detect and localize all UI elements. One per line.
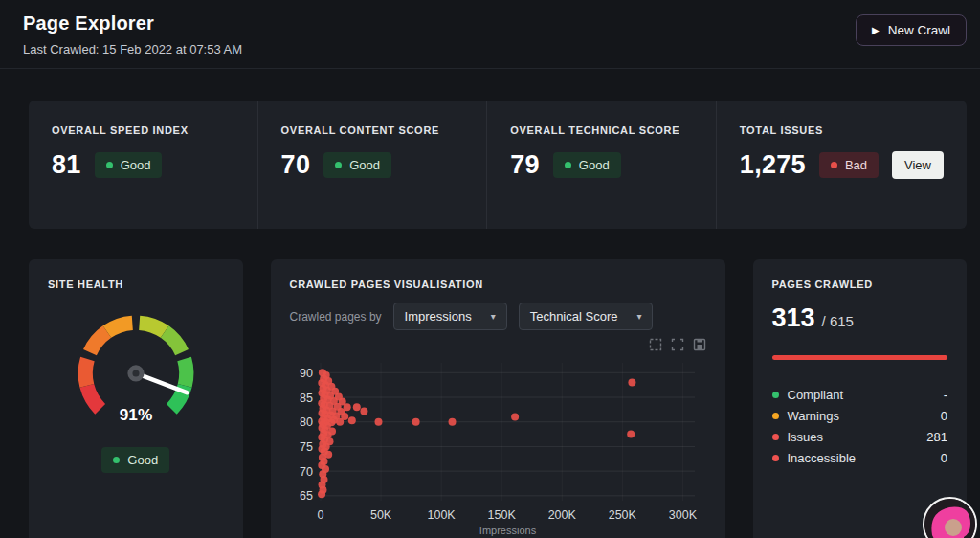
legend-dot-icon — [772, 455, 779, 461]
status-badge: Good — [323, 152, 391, 178]
pages-crawled-total: / 615 — [822, 313, 854, 329]
pages-progress-bar — [772, 355, 948, 360]
page-header: Page Explorer Last Crawled: 15 Feb 2022 … — [0, 0, 980, 69]
stat-label: OVERALL CONTENT SCORE — [281, 124, 464, 136]
legend-value: - — [944, 388, 947, 402]
legend-value: 281 — [926, 430, 947, 444]
chevron-down-icon: ▾ — [636, 311, 641, 322]
legend-dot-icon — [772, 434, 779, 440]
svg-text:65: 65 — [300, 489, 313, 503]
save-chart-icon[interactable] — [693, 338, 706, 351]
stat-value: 81 — [52, 150, 81, 180]
status-badge: Bad — [819, 152, 879, 178]
stat-content-score: OVERALL CONTENT SCORE 70 Good — [257, 101, 487, 229]
metric-dropdown-value: Impressions — [405, 309, 472, 324]
status-dot-icon — [335, 162, 342, 168]
stat-technical-score: OVERALL TECHNICAL SCORE 79 Good — [486, 101, 716, 229]
box-select-icon[interactable] — [649, 338, 662, 351]
score-dropdown[interactable]: Technical Score ▾ — [519, 303, 654, 330]
chat-avatar[interactable] — [923, 497, 977, 538]
play-icon: ▶ — [872, 25, 880, 35]
new-crawl-button[interactable]: ▶ New Crawl — [856, 14, 967, 46]
chevron-down-icon: ▾ — [491, 311, 496, 322]
status-dot-icon — [831, 162, 837, 168]
stat-value: 79 — [510, 150, 540, 180]
pages-crawled-card: PAGES CRAWLED 313 / 615 Compliant - Warn… — [753, 259, 968, 538]
zoom-box-icon[interactable] — [671, 338, 684, 351]
status-badge-label: Bad — [845, 158, 867, 172]
status-badge-label: Good — [349, 158, 380, 172]
status-badge: Good — [553, 152, 621, 178]
site-health-card: SITE HEALTH 91% — [29, 259, 243, 538]
svg-text:200K: 200K — [547, 508, 576, 522]
score-dropdown-value: Technical Score — [530, 309, 618, 324]
stat-label: OVERALL SPEED INDEX — [52, 124, 234, 136]
gauge-svg: 91% — [55, 311, 217, 437]
stat-value: 1,275 — [740, 150, 806, 180]
svg-text:80: 80 — [300, 415, 313, 429]
avatar-image — [924, 499, 977, 538]
svg-text:50K: 50K — [369, 508, 391, 522]
overview-stats-card: OVERALL SPEED INDEX 81 Good OVERALL CONT… — [29, 101, 967, 229]
new-crawl-label: New Crawl — [888, 23, 950, 37]
legend-label: Warnings — [788, 409, 839, 423]
card-title: PAGES CRAWLED — [772, 279, 948, 290]
svg-text:0: 0 — [317, 508, 323, 522]
chart-box: 050K100K150K200K250K300K908580757065Impr… — [290, 353, 706, 538]
page-title: Page Explorer — [23, 12, 242, 34]
stat-label: TOTAL ISSUES — [740, 124, 944, 136]
card-title: SITE HEALTH — [48, 279, 224, 290]
metric-dropdown[interactable]: Impressions ▾ — [393, 303, 507, 330]
visualisation-card: CRAWLED PAGES VISUALISATION Crawled page… — [271, 259, 725, 538]
svg-text:250K: 250K — [608, 508, 636, 522]
legend-row-warnings: Warnings 0 — [772, 405, 948, 426]
health-status-badge: Good — [101, 447, 169, 473]
legend-value: 0 — [941, 451, 947, 465]
legend-label: Compliant — [788, 388, 844, 402]
legend-label: Inaccessible — [788, 451, 857, 465]
header-text-block: Page Explorer Last Crawled: 15 Feb 2022 … — [23, 12, 242, 56]
legend-row-issues: Issues 281 — [772, 426, 948, 447]
status-badge-label: Good — [121, 158, 151, 172]
gauge-value: 91% — [119, 405, 152, 424]
pages-legend: Compliant - Warnings 0 Issues 281 Inacce… — [772, 384, 948, 468]
view-issues-button[interactable]: View — [892, 151, 944, 179]
pages-crawled-count: 313 — [772, 303, 815, 333]
stat-label: OVERALL TECHNICAL SCORE — [510, 124, 693, 136]
filter-label: Crawled pages by — [290, 310, 382, 324]
scatter-chart: 050K100K150K200K250K300K908580757065Impr… — [290, 353, 706, 537]
svg-text:85: 85 — [300, 392, 313, 405]
svg-text:100K: 100K — [427, 508, 456, 522]
stat-total-issues: TOTAL ISSUES 1,275 Bad View — [716, 101, 967, 229]
status-badge-label: Good — [579, 158, 610, 172]
status-dot-icon — [113, 457, 120, 463]
status-badge-label: Good — [127, 453, 158, 467]
legend-row-compliant: Compliant - — [772, 384, 948, 405]
status-dot-icon — [106, 162, 113, 168]
legend-dot-icon — [772, 413, 779, 419]
legend-value: 0 — [941, 409, 947, 423]
svg-text:Impressions: Impressions — [479, 525, 536, 536]
viz-controls: Crawled pages by Impressions ▾ Technical… — [290, 303, 706, 330]
svg-text:90: 90 — [300, 367, 313, 380]
card-title: CRAWLED PAGES VISUALISATION — [290, 279, 706, 290]
status-badge: Good — [95, 152, 163, 178]
legend-label: Issues — [788, 430, 824, 444]
legend-row-inaccessible: Inaccessible 0 — [772, 447, 948, 468]
status-dot-icon — [565, 162, 571, 168]
last-crawled-text: Last Crawled: 15 Feb 2022 at 07:53 AM — [23, 42, 242, 56]
svg-text:75: 75 — [300, 440, 313, 454]
svg-text:150K: 150K — [487, 508, 516, 522]
svg-text:70: 70 — [300, 465, 313, 479]
main-cards-row: SITE HEALTH 91% — [29, 259, 967, 538]
svg-text:300K: 300K — [668, 508, 697, 522]
health-gauge: 91% Good — [48, 311, 224, 473]
stat-value: 70 — [281, 150, 311, 180]
stat-speed-index: OVERALL SPEED INDEX 81 Good — [29, 101, 257, 229]
chart-toolbar — [290, 338, 706, 351]
legend-dot-icon — [772, 392, 779, 398]
